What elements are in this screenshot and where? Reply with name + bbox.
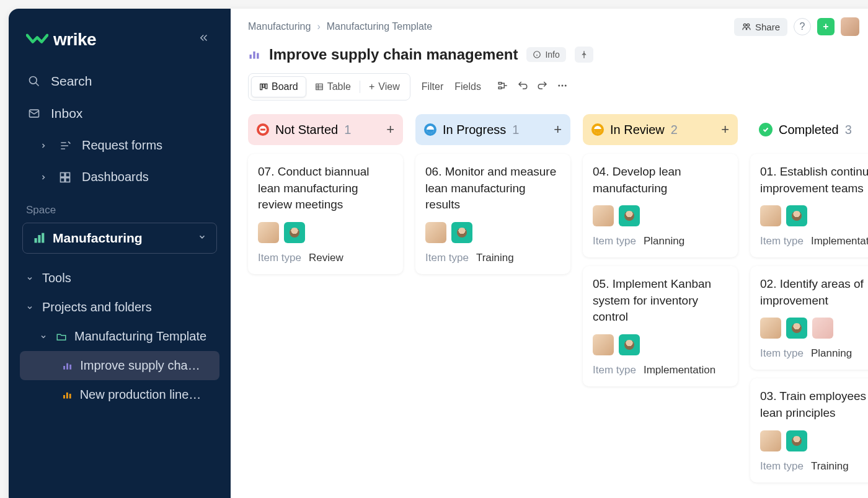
column-header[interactable]: In Progress 1 +	[415, 114, 570, 145]
svg-rect-27	[316, 84, 322, 89]
avatar[interactable]	[593, 205, 614, 226]
card[interactable]: 05. Implement Kanban system for inventor…	[583, 266, 738, 386]
nav-search[interactable]: Search	[9, 65, 231, 97]
meta-label: Item type	[425, 252, 469, 264]
meta-label: Item type	[760, 235, 804, 247]
avatar[interactable]	[786, 430, 807, 451]
add-view-button[interactable]: + View	[361, 77, 407, 97]
help-button[interactable]: ?	[794, 18, 811, 35]
card-assignees	[593, 334, 728, 355]
svg-rect-3	[61, 172, 65, 177]
share-button[interactable]: Share	[734, 18, 787, 36]
column-header[interactable]: Not Started 1 +	[248, 114, 403, 145]
column-not-started: Not Started 1 + 07. Conduct biannual lea…	[248, 114, 403, 494]
avatar[interactable]	[593, 334, 614, 355]
forms-icon	[58, 139, 72, 153]
fields-button[interactable]: Fields	[454, 81, 481, 92]
tree-projects[interactable]: Projects and folders	[9, 293, 231, 322]
column-title: In Progress	[443, 123, 506, 137]
header: Manufacturing › Manufacturing Template S…	[231, 9, 868, 108]
svg-point-0	[30, 77, 37, 84]
avatar[interactable]	[258, 222, 279, 243]
nav-inbox-label: Inbox	[51, 106, 82, 121]
nav-request-forms[interactable]: Request forms	[9, 130, 231, 161]
logo[interactable]: wrike	[26, 30, 96, 50]
avatar[interactable]	[619, 205, 640, 226]
meta-value: Implementation	[644, 364, 715, 376]
card[interactable]: 02. Identify areas of improvement Item t…	[750, 266, 868, 370]
more-icon[interactable]	[557, 80, 568, 94]
card-title: 04. Develop lean manufacturing	[593, 164, 728, 197]
tree-projects-label: Projects and folders	[42, 300, 152, 314]
nav-inbox[interactable]: Inbox	[9, 97, 231, 130]
nav-forms-label: Request forms	[82, 138, 162, 153]
board: Not Started 1 + 07. Conduct biannual lea…	[231, 108, 868, 498]
info-button[interactable]: Info	[526, 47, 565, 62]
plus-icon: +	[823, 21, 828, 32]
filter-button[interactable]: Filter	[422, 81, 444, 92]
avatar[interactable]	[425, 222, 446, 243]
tree-tools[interactable]: Tools	[9, 264, 231, 293]
pin-button[interactable]	[575, 47, 593, 63]
avatar[interactable]	[760, 430, 781, 451]
avatar[interactable]	[760, 318, 781, 339]
view-table-tab[interactable]: Table	[308, 77, 358, 97]
column-count: 2	[671, 123, 678, 137]
avatar[interactable]	[786, 205, 807, 226]
help-icon: ?	[800, 21, 805, 32]
status-not-started-icon	[257, 123, 269, 136]
card-assignees	[425, 222, 560, 243]
tree-project-production-line[interactable]: New production line in...	[20, 380, 219, 409]
card[interactable]: 01. Establish continuous improvement tea…	[750, 154, 868, 257]
svg-rect-12	[69, 364, 71, 369]
group-icon[interactable]	[497, 80, 508, 94]
breadcrumb-root[interactable]: Manufacturing	[248, 21, 311, 32]
add-card-button[interactable]: +	[721, 122, 729, 138]
pin-icon	[580, 50, 588, 59]
breadcrumb-parent[interactable]: Manufacturing Template	[327, 21, 432, 32]
nav-search-label: Search	[51, 74, 92, 89]
undo-icon[interactable]	[517, 80, 528, 94]
column-header[interactable]: In Review 2 +	[583, 114, 738, 145]
table-icon	[315, 82, 324, 91]
avatar[interactable]	[619, 334, 640, 355]
card-title: 01. Establish continuous improvement tea…	[760, 164, 868, 197]
space-icon	[33, 232, 45, 244]
status-in-progress-icon	[424, 123, 436, 136]
user-avatar[interactable]	[841, 17, 859, 36]
collapse-icon[interactable]	[195, 29, 213, 50]
card[interactable]: 06. Monitor and measure lean manufacturi…	[415, 154, 570, 274]
avatar[interactable]	[812, 318, 833, 339]
card[interactable]: 03. Train employees on lean principles I…	[750, 378, 868, 482]
avatar[interactable]	[451, 222, 472, 243]
svg-rect-13	[63, 395, 65, 399]
card[interactable]: 04. Develop lean manufacturing Item type…	[583, 154, 738, 257]
logo-text: wrike	[53, 30, 96, 50]
nav-dashboards[interactable]: Dashboards	[9, 161, 231, 193]
view-board-tab[interactable]: Board	[251, 76, 306, 97]
avatar[interactable]	[284, 222, 305, 243]
avatar[interactable]	[786, 318, 807, 339]
column-in-review: In Review 2 + 04. Develop lean manufactu…	[583, 114, 738, 494]
nav-dashboards-label: Dashboards	[82, 170, 149, 184]
card[interactable]: 07. Conduct biannual lean manufacturing …	[248, 154, 403, 274]
column-count: 1	[512, 123, 519, 137]
add-card-button[interactable]: +	[554, 122, 562, 138]
tree-project-supply-chain[interactable]: Improve supply chain...	[20, 351, 219, 380]
space-selector[interactable]: Manufacturing	[22, 223, 217, 254]
add-button[interactable]: +	[817, 18, 835, 35]
redo-icon[interactable]	[537, 80, 548, 94]
search-icon	[27, 74, 41, 88]
avatar[interactable]	[760, 205, 781, 226]
meta-value: Implementation	[811, 235, 868, 247]
column-header[interactable]: Completed 3 +	[750, 114, 868, 145]
plus-icon: +	[369, 81, 374, 92]
meta-label: Item type	[593, 235, 636, 247]
svg-rect-11	[66, 363, 68, 369]
project-icon	[248, 48, 260, 61]
sidebar: wrike Search Inbox Request forms Dashboa…	[9, 9, 231, 498]
tree-template[interactable]: Manufacturing Template	[9, 322, 231, 351]
add-card-button[interactable]: +	[386, 122, 394, 138]
chevron-down-icon	[26, 271, 35, 285]
svg-rect-24	[260, 84, 262, 89]
